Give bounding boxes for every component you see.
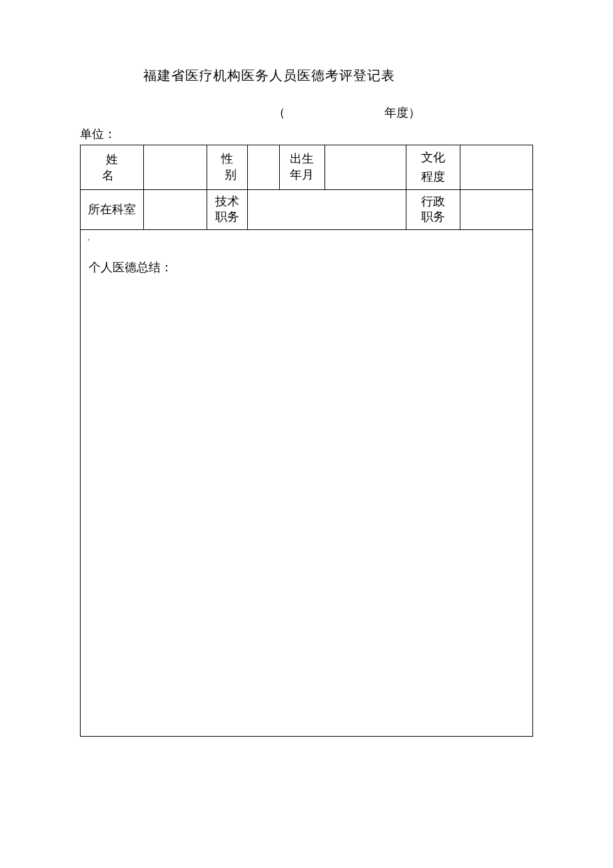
form-title: 福建省医疗机构医务人员医德考评登记表 [143,67,533,85]
table-row: 姓 名 性 别 出生 年月 文化 程度 [81,145,533,190]
tech-label: 技术 职务 [207,189,248,229]
gender-label: 性 别 [207,145,248,190]
unit-label: 单位： [80,126,533,142]
gender-value [248,145,280,190]
year-line: （ 年度） [160,105,533,121]
name-label-text: 姓 名 [98,153,146,182]
edu-label: 文化 程度 [406,145,460,190]
edu-value [460,145,533,190]
form-table: 姓 名 性 别 出生 年月 文化 程度 所在科室 技术 [80,145,533,737]
dept-label: 所在科室 [81,189,144,229]
admin-label-line2: 职务 [409,209,457,225]
birth-label-line1: 出生 [283,151,322,167]
birth-label-line2: 年月 [283,167,322,183]
edu-label-line2: 程度 [409,167,457,187]
admin-value [460,189,533,229]
gender-label-line1: 性 [210,151,245,167]
page-container: 福建省医疗机构医务人员医德考评登记表 （ 年度） 单位： 姓 名 性 别 [0,0,613,777]
tech-label-line1: 技术 [210,194,245,209]
table-row: 所在科室 技术 职务 行政 职务 [81,189,533,229]
paren-close-text: 年度） [384,106,420,119]
admin-label-line1: 行政 [409,194,457,209]
tech-label-line2: 职务 [210,209,245,225]
summary-cell: 〃 个人医德总结： [81,229,533,736]
name-label: 姓 名 [81,145,144,190]
birth-label: 出生 年月 [279,145,324,190]
dept-value [144,189,207,229]
ditto-mark: 〃 [86,237,91,244]
summary-label: 个人医德总结： [89,259,524,275]
paren-open: （ [273,105,285,121]
edu-label-line1: 文化 [409,148,457,167]
gender-label-line2: 别 [210,167,245,183]
admin-label: 行政 职务 [406,189,460,229]
tech-value [248,189,406,229]
table-row: 〃 个人医德总结： [81,229,533,736]
birth-value [324,145,406,190]
name-value [144,145,207,190]
